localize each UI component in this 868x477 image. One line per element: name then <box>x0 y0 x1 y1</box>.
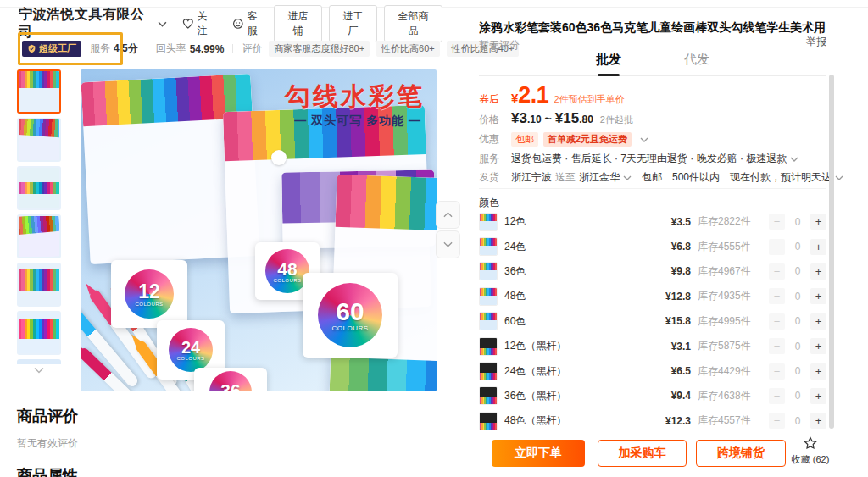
rainbow-swirl-icon: 36COLOURS <box>209 371 252 391</box>
customer-service-button[interactable]: 客服 <box>232 9 267 38</box>
image-scroll-down-button[interactable] <box>436 230 460 258</box>
gallery-thumbnail[interactable] <box>17 311 61 355</box>
quantity-decrease-button[interactable]: − <box>769 388 785 404</box>
sku-thumbnail-image <box>480 263 497 280</box>
quantity-decrease-button[interactable]: − <box>769 413 785 429</box>
no-rating-text: 暂无评分 <box>479 38 520 53</box>
gallery-thumbnail[interactable] <box>17 166 61 210</box>
quantity-value: 0 <box>785 241 810 252</box>
chevron-down-icon[interactable] <box>640 137 648 142</box>
product-main-image[interactable]: 12COLOURS 24COLOURS 36COLOURS 48COLOURS … <box>81 69 437 391</box>
review-tag[interactable]: 商家客服态度很好80+ <box>269 41 370 57</box>
shop-stats-row: 超级工厂 服务 4.5分 回头率 54.99% 评价 商家客服态度很好80+ 性… <box>22 41 519 57</box>
quantity-decrease-button[interactable]: − <box>769 288 785 304</box>
sku-row: 24色（黑杆） ¥6.5 库存4429件 − 0 + <box>479 358 826 383</box>
quantity-increase-button[interactable]: + <box>810 263 826 280</box>
badge-unit: COLOURS <box>273 278 301 283</box>
chevron-down-icon[interactable] <box>158 21 167 27</box>
ship-quantity-limit: 500件以内 <box>672 170 720 185</box>
sku-thumbnail[interactable] <box>479 237 498 256</box>
customer-service-label: 客服 <box>248 9 267 38</box>
review-tag[interactable]: 性价比高60+ <box>376 41 440 57</box>
quantity-decrease-button[interactable]: − <box>769 214 785 230</box>
ship-to[interactable]: 浙江金华 <box>579 170 620 185</box>
quantity-increase-button[interactable]: + <box>810 363 826 380</box>
badge-number: 48 <box>277 260 297 278</box>
quantity-increase-button[interactable]: + <box>810 288 826 304</box>
quantity-decrease-button[interactable]: − <box>769 239 785 255</box>
sku-stock: 库存2822件 <box>698 214 769 229</box>
sku-thumbnail[interactable] <box>479 337 498 356</box>
quantity-value: 0 <box>785 291 810 302</box>
gallery-thumbnail[interactable] <box>17 263 61 307</box>
sku-row: 60色 ¥15.8 库存4995件 − 0 + <box>479 309 826 334</box>
gallery-thumbnail[interactable] <box>17 214 61 258</box>
chevron-down-icon[interactable] <box>623 175 632 180</box>
chevron-down-icon[interactable] <box>835 175 843 180</box>
quantity-increase-button[interactable]: + <box>810 214 826 230</box>
colour-count-badge: 36COLOURS <box>194 368 267 391</box>
chevron-down-icon[interactable] <box>790 157 798 162</box>
quantity-increase-button[interactable]: + <box>810 388 826 404</box>
quantity-decrease-button[interactable]: − <box>769 338 785 354</box>
sku-thumbnail[interactable] <box>479 213 498 231</box>
action-bar: 立即下单 加采购车 跨境铺货 收藏 (62) <box>479 440 826 470</box>
service-row: 服务 退货包运费 · 售后延长 · 7天无理由退货 · 晚发必赔 · 极速退款 <box>479 152 798 166</box>
add-to-cart-button[interactable]: 加采购车 <box>598 440 687 467</box>
gallery-thumbnail[interactable] <box>17 69 61 114</box>
min-order-note: 2件起批 <box>600 114 633 126</box>
image-banner-subtitle: — 双头可写 多功能 — <box>294 114 421 129</box>
sku-thumbnail[interactable] <box>479 287 498 306</box>
sku-row: 36色 ¥9.8 库存4967件 − 0 + <box>479 259 826 284</box>
sku-price: ¥3.1 <box>650 341 691 352</box>
enter-shop-button[interactable]: 进店铺 <box>274 5 322 42</box>
sku-price: ¥9.8 <box>650 265 691 277</box>
quantity-decrease-button[interactable]: − <box>769 263 785 280</box>
image-banner-title: 勾线水彩笔 <box>285 80 425 114</box>
report-link[interactable]: 举报 <box>806 35 826 49</box>
quantity-increase-button[interactable]: + <box>810 413 826 429</box>
customer-service-icon <box>232 18 244 30</box>
cross-border-listing-button[interactable]: 跨境铺货 <box>696 440 786 467</box>
image-scroll-up-button[interactable] <box>436 201 460 229</box>
favorite-button[interactable]: 收藏 (62) <box>791 436 830 466</box>
order-now-button[interactable]: 立即下单 <box>492 440 585 467</box>
sku-label: 36色（黑杆） <box>504 389 650 403</box>
sku-thumbnail[interactable] <box>479 386 498 405</box>
thumbnail-scroll-down-button[interactable] <box>17 364 61 376</box>
sku-thumbnail-image <box>480 413 497 430</box>
enter-factory-button[interactable]: 进工厂 <box>329 5 377 42</box>
service-guarantees: 退货包运费 · 售后延长 · 7天无理由退货 · 晚发必赔 · 极速退款 <box>511 152 787 166</box>
gallery-thumbnail[interactable] <box>17 118 61 162</box>
tab-dropship[interactable]: 代发 <box>682 52 711 75</box>
sku-thumbnail[interactable] <box>479 262 498 280</box>
sku-stock: 库存4557件 <box>698 413 769 428</box>
sku-thumbnail[interactable] <box>479 312 498 330</box>
thumbnail-image <box>17 118 61 162</box>
price-range-separator: ~ <box>545 112 552 125</box>
sku-label: 48色（黑杆） <box>504 413 650 428</box>
sku-section-header: 颜色 <box>479 196 499 210</box>
thumbnail-image <box>19 264 59 305</box>
quantity-increase-button[interactable]: + <box>810 239 826 255</box>
sku-thumbnail[interactable] <box>479 412 498 430</box>
stat-divider <box>232 44 233 53</box>
all-products-button[interactable]: 全部商品 <box>384 5 442 42</box>
follow-button[interactable]: 关注 <box>182 9 217 38</box>
tab-wholesale[interactable]: 批发 <box>594 52 623 75</box>
sku-row: 48色（黑杆） ¥12.3 库存4557件 − 0 + <box>479 408 826 433</box>
quantity-increase-button[interactable]: + <box>810 338 826 354</box>
quantity-value: 0 <box>785 365 810 377</box>
sku-label: 36色 <box>504 264 650 279</box>
thumbnail-image <box>19 168 59 208</box>
sku-thumbnail[interactable] <box>479 362 498 380</box>
shop-name[interactable]: 宁波浩悦文具有限公司 <box>19 6 155 42</box>
panel-scrollbar[interactable] <box>829 75 834 429</box>
quantity-increase-button[interactable]: + <box>810 313 826 330</box>
quantity-decrease-button[interactable]: − <box>769 313 785 330</box>
sku-price: ¥12.8 <box>650 291 691 302</box>
first-order-discount-tag: 首单减2元且免运费 <box>543 132 632 147</box>
badge-number: 36 <box>220 381 240 392</box>
quantity-decrease-button[interactable]: − <box>769 363 785 380</box>
sku-label: 24色（黑杆） <box>504 364 650 379</box>
